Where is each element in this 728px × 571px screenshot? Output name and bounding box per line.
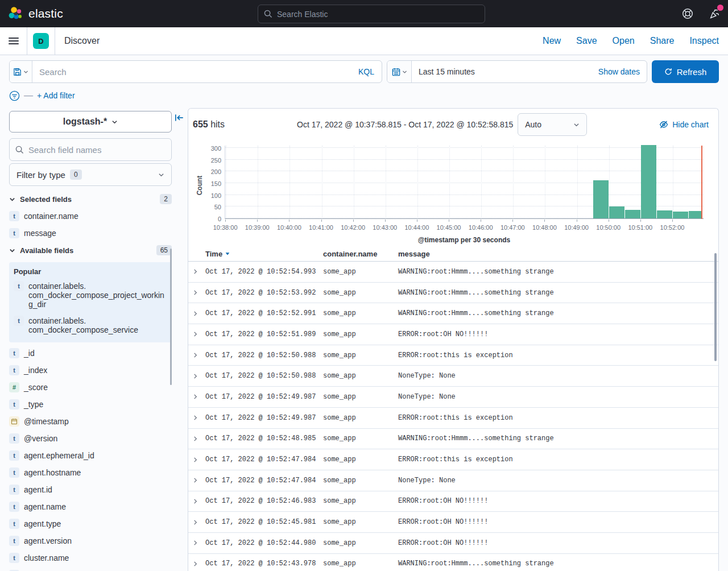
save-icon <box>13 68 22 76</box>
message-cell: WARNING:root:Hmmm....something strange <box>398 268 718 276</box>
field-item[interactable]: tagent.name <box>9 502 168 512</box>
time-cell: Oct 17, 2022 @ 10:52:46.983 <box>205 497 323 505</box>
expand-row-icon[interactable] <box>192 373 205 379</box>
field-item[interactable]: tagent.ephemeral_id <box>9 450 168 461</box>
histogram-bar[interactable] <box>593 180 609 218</box>
gridline <box>225 206 704 206</box>
top-navbar: elastic <box>0 0 728 27</box>
collapse-sidebar-icon[interactable] <box>174 113 184 123</box>
help-icon[interactable] <box>681 7 694 20</box>
index-pattern-switcher[interactable]: logstash-* <box>9 111 172 133</box>
filter-icon[interactable] <box>9 90 20 101</box>
expand-row-icon[interactable] <box>192 498 205 504</box>
expand-row-icon[interactable] <box>192 457 205 463</box>
field-item[interactable]: tcontainer.name <box>9 211 168 221</box>
fields-sidebar: logstash-* Filter by type 0 Selected fie… <box>0 108 188 571</box>
action-new[interactable]: New <box>543 36 561 46</box>
documents-table: Oct 17, 2022 @ 10:52:54.993some_appWARNI… <box>188 262 718 571</box>
message-cell: ERROR:root:OH NO!!!!!! <box>398 330 718 338</box>
elastic-logo[interactable]: elastic <box>8 6 63 21</box>
discover-app-badge: D <box>33 33 49 49</box>
time-cell: Oct 17, 2022 @ 10:52:53.992 <box>205 289 323 297</box>
histogram-bar[interactable] <box>609 206 624 218</box>
notification-dot <box>717 5 723 11</box>
hide-chart-button[interactable]: Hide chart <box>659 120 709 129</box>
field-item[interactable]: t_type <box>9 399 168 409</box>
column-header-time[interactable]: Time <box>205 250 323 258</box>
expand-row-icon[interactable] <box>192 268 205 275</box>
elastic-logo-icon <box>8 6 23 21</box>
field-item[interactable]: t_id <box>9 348 168 358</box>
field-item[interactable]: tcontainer.labels.com_docker_compose_pro… <box>14 281 173 309</box>
message-cell: ERROR:root:OH NO!!!!!! <box>398 518 718 526</box>
action-inspect[interactable]: Inspect <box>689 36 719 46</box>
action-save[interactable]: Save <box>576 36 597 46</box>
newsfeed-icon[interactable] <box>709 7 721 20</box>
query-language-button[interactable]: KQL <box>351 67 382 76</box>
show-dates-button[interactable]: Show dates <box>598 67 647 76</box>
sidebar-scrollbar[interactable] <box>170 249 172 385</box>
table-scrollbar[interactable] <box>714 253 717 361</box>
expand-row-icon[interactable] <box>192 540 205 546</box>
expand-row-icon[interactable] <box>192 289 205 296</box>
expand-row-icon[interactable] <box>192 436 205 442</box>
table-row: Oct 17, 2022 @ 10:52:46.983some_appERROR… <box>188 491 718 512</box>
chevron-down-icon <box>158 172 164 178</box>
histogram-bar[interactable] <box>641 145 656 218</box>
field-type-string-icon: t <box>9 485 19 495</box>
expand-row-icon[interactable] <box>192 561 205 567</box>
container-name-cell: some_app <box>323 456 398 464</box>
histogram-bar[interactable] <box>673 212 688 218</box>
filter-by-type[interactable]: Filter by type 0 <box>9 163 172 186</box>
available-fields-header[interactable]: Available fields 65 <box>9 245 172 255</box>
field-item[interactable]: tagent.hostname <box>9 467 168 478</box>
expand-row-icon[interactable] <box>192 415 205 421</box>
field-item[interactable]: tagent.version <box>9 536 168 546</box>
quick-select-button[interactable] <box>387 61 412 82</box>
expand-row-icon[interactable] <box>192 311 205 317</box>
column-header-container-name[interactable]: container.name <box>323 250 398 258</box>
message-cell: WARNING:root:Hmmm....something strange <box>398 435 718 442</box>
app-icon-wrap[interactable]: D <box>27 27 55 55</box>
field-item[interactable]: tagent.type <box>9 519 168 529</box>
field-item[interactable]: #_score <box>9 382 168 392</box>
saved-query-button[interactable] <box>10 61 32 82</box>
time-range-value[interactable]: Last 15 minutes <box>412 67 598 76</box>
field-search-input[interactable] <box>28 145 154 155</box>
global-search[interactable] <box>258 5 485 23</box>
expand-row-icon[interactable] <box>192 394 205 400</box>
column-header-message[interactable]: message <box>398 250 718 258</box>
field-item[interactable]: tcluster.name <box>9 553 168 563</box>
gridline <box>226 146 226 218</box>
refresh-button[interactable]: Refresh <box>652 60 719 83</box>
y-tick-label: 100 <box>196 192 221 199</box>
add-filter-button[interactable]: + Add filter <box>37 91 75 100</box>
gridline <box>386 146 386 218</box>
histogram-bar[interactable] <box>625 210 640 218</box>
field-item[interactable]: tmessage <box>9 228 168 238</box>
field-type-string-icon: t <box>9 536 19 546</box>
expand-row-icon[interactable] <box>192 477 205 483</box>
field-item[interactable]: @timestamp <box>9 416 168 427</box>
field-item[interactable]: tagent.id <box>9 485 168 495</box>
action-open[interactable]: Open <box>613 36 635 46</box>
field-search[interactable] <box>9 138 172 161</box>
interval-select[interactable]: Auto <box>518 113 587 136</box>
expand-row-icon[interactable] <box>192 331 205 337</box>
menu-icon[interactable] <box>0 27 27 55</box>
selected-fields-header[interactable]: Selected fields 2 <box>9 194 172 204</box>
field-item[interactable]: t@version <box>9 433 168 444</box>
field-name: _id <box>24 348 35 358</box>
action-share[interactable]: Share <box>650 36 675 46</box>
histogram-bar[interactable] <box>657 210 672 218</box>
expand-row-icon[interactable] <box>192 352 205 358</box>
selected-fields-count: 2 <box>160 194 172 204</box>
histogram-bar[interactable] <box>689 211 701 218</box>
x-tick-label: 10:43:00 <box>373 224 397 231</box>
global-search-input[interactable] <box>277 10 459 19</box>
expand-row-icon[interactable] <box>192 519 205 526</box>
time-cell: Oct 17, 2022 @ 10:52:49.987 <box>205 414 323 422</box>
search-input[interactable] <box>32 67 351 77</box>
field-item[interactable]: t_index <box>9 365 168 375</box>
field-item[interactable]: tcontainer.labels.com_docker_compose_ser… <box>14 316 173 334</box>
